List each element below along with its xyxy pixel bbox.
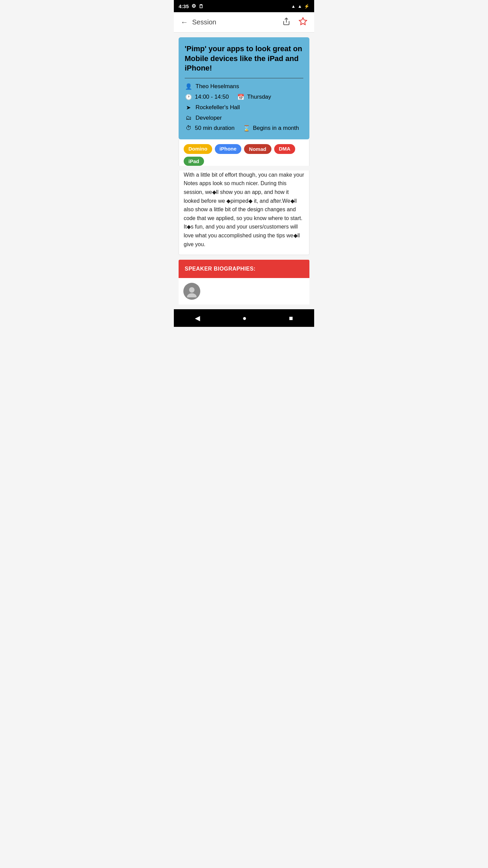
svg-point-3 — [187, 293, 197, 297]
day-item: 📅 Thursday — [237, 94, 271, 101]
time-item: 🕐 14:00 - 14:50 — [185, 94, 229, 101]
session-divider — [185, 78, 303, 78]
tag-ipad[interactable]: iPad — [184, 157, 204, 166]
session-duration: 50 min duration — [195, 125, 235, 132]
share-button[interactable] — [281, 16, 292, 29]
speaker-bio-body — [179, 278, 309, 304]
speaker-row: 👤 Theo Heselmans — [185, 83, 303, 90]
tag-nomad[interactable]: Nomad — [244, 144, 271, 154]
session-time: 14:00 - 14:50 — [195, 94, 229, 100]
speaker-bio-title: SPEAKER BIOGRAPHIES: — [185, 266, 256, 272]
speaker-avatar — [183, 283, 200, 300]
location-row: ➤ Rockefeller's Hall — [185, 104, 303, 111]
tags-section: Domino iPhone Nomad DMA iPad — [179, 139, 309, 166]
session-location: Rockefeller's Hall — [196, 104, 240, 111]
tag-iphone[interactable]: iPhone — [215, 144, 241, 154]
gear-icon: ⚙ — [191, 3, 196, 9]
track-icon: 🗂 — [185, 115, 192, 121]
battery-icon — [304, 4, 309, 9]
hourglass-icon: ⌛ — [243, 125, 250, 132]
nav-home-button[interactable]: ● — [236, 312, 253, 324]
location-icon: ➤ — [185, 104, 192, 111]
duration-row: ⏱ 50 min duration ⌛ Begins in a month — [185, 125, 303, 132]
nav-recents-button[interactable]: ■ — [282, 312, 300, 324]
clipboard-icon: 🗒 — [199, 3, 204, 9]
time-day-row: 🕐 14:00 - 14:50 📅 Thursday — [185, 94, 303, 101]
speaker-name: Theo Heselmans — [196, 83, 239, 90]
session-card: 'Pimp' your apps to look great on Mobile… — [179, 37, 309, 139]
description-section: With a little bit of effort though, you … — [179, 171, 309, 255]
bottom-nav: ◀ ● ■ — [174, 309, 314, 327]
duration-item: ⏱ 50 min duration — [185, 125, 235, 132]
status-left: 4:35 ⚙ 🗒 — [179, 3, 204, 9]
nav-back-button[interactable]: ◀ — [188, 312, 207, 324]
app-bar-left: ← Session — [179, 17, 216, 28]
status-right — [291, 4, 309, 9]
session-track: Developer — [196, 115, 222, 121]
stopwatch-icon: ⏱ — [185, 125, 192, 132]
page-title: Session — [192, 18, 216, 26]
app-bar: ← Session — [174, 12, 314, 33]
tag-dma[interactable]: DMA — [274, 144, 295, 154]
clock-icon: 🕐 — [185, 94, 192, 101]
favorite-button[interactable] — [297, 16, 309, 29]
time-display: 4:35 — [179, 3, 189, 9]
session-day: Thursday — [247, 94, 271, 100]
status-bar: 4:35 ⚙ 🗒 — [174, 0, 314, 12]
back-button[interactable]: ← — [179, 17, 189, 28]
session-title: 'Pimp' your apps to look great on Mobile… — [185, 44, 303, 73]
person-icon: 👤 — [185, 83, 192, 90]
app-bar-actions — [281, 16, 309, 29]
track-row: 🗂 Developer — [185, 115, 303, 121]
tags-row: Domino iPhone Nomad DMA iPad — [184, 144, 304, 166]
begins-item: ⌛ Begins in a month — [243, 125, 299, 132]
svg-marker-1 — [299, 18, 307, 25]
session-meta: 👤 Theo Heselmans 🕐 14:00 - 14:50 📅 Thurs… — [185, 83, 303, 132]
main-content: 'Pimp' your apps to look great on Mobile… — [174, 33, 314, 309]
speaker-bio-header: SPEAKER BIOGRAPHIES: — [179, 260, 309, 278]
session-description: With a little bit of effort though, you … — [184, 171, 304, 249]
tag-domino[interactable]: Domino — [184, 144, 212, 154]
svg-point-2 — [189, 287, 195, 293]
wifi-icon — [291, 4, 296, 9]
signal-icon — [298, 4, 302, 9]
calendar-icon: 📅 — [237, 94, 244, 101]
session-begins: Begins in a month — [253, 125, 299, 132]
speaker-bio-section: SPEAKER BIOGRAPHIES: — [179, 260, 309, 304]
